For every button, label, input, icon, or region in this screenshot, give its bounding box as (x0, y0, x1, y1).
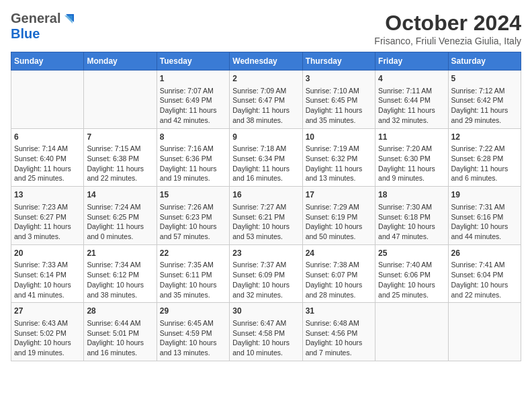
cell-content: Sunrise: 7:10 AM (306, 86, 372, 96)
cell-content: Daylight: 11 hours and 38 minutes. (232, 105, 299, 125)
cell-content: Daylight: 11 hours and 35 minutes. (306, 105, 372, 125)
cell-content: Sunrise: 7:26 AM (160, 202, 226, 212)
title-block: October 2024 Frisanco, Friuli Venezia Gi… (374, 11, 521, 46)
cell-content: Daylight: 10 hours and 10 minutes. (232, 338, 299, 357)
calendar-cell: 8Sunrise: 7:16 AMSunset: 6:36 PMDaylight… (157, 128, 229, 187)
day-number: 1 (160, 73, 226, 85)
day-number: 31 (306, 306, 372, 317)
day-number: 5 (451, 73, 518, 85)
calendar-cell (11, 71, 84, 129)
cell-content: Sunrise: 6:48 AM (306, 318, 372, 328)
cell-content: Sunrise: 7:30 AM (378, 202, 445, 212)
cell-content: Sunrise: 7:40 AM (378, 260, 445, 270)
day-number: 21 (87, 248, 153, 259)
calendar-cell: 4Sunrise: 7:11 AMSunset: 6:44 PMDaylight… (375, 71, 448, 129)
cell-content: Sunrise: 7:11 AM (378, 86, 445, 96)
cell-content: Sunrise: 7:12 AM (451, 86, 518, 96)
cell-content: Daylight: 10 hours and 32 minutes. (232, 280, 299, 300)
day-number: 4 (378, 73, 445, 85)
cell-content: Sunrise: 7:15 AM (87, 144, 153, 154)
cell-content: Sunrise: 7:35 AM (160, 260, 226, 270)
day-number: 30 (232, 306, 299, 317)
calendar-cell: 7Sunrise: 7:15 AMSunset: 6:38 PMDaylight… (84, 128, 157, 187)
calendar-cell: 12Sunrise: 7:22 AMSunset: 6:28 PMDayligh… (448, 128, 521, 187)
cell-content: Daylight: 10 hours and 35 minutes. (160, 280, 226, 300)
calendar-cell: 30Sunrise: 6:47 AMSunset: 4:58 PMDayligh… (230, 303, 302, 361)
week-row: 1Sunrise: 7:07 AMSunset: 6:49 PMDaylight… (11, 71, 521, 129)
cell-content: Sunrise: 7:27 AM (232, 202, 299, 212)
cell-content: Sunrise: 6:45 AM (160, 318, 226, 328)
cell-content: Daylight: 10 hours and 25 minutes. (378, 280, 445, 300)
cell-content: Sunset: 6:28 PM (451, 154, 518, 164)
cell-content: Daylight: 10 hours and 22 minutes. (451, 280, 518, 300)
cell-content: Daylight: 10 hours and 47 minutes. (378, 222, 445, 241)
calendar-cell (84, 71, 157, 129)
cell-content: Sunrise: 7:33 AM (14, 260, 81, 270)
cell-content: Sunset: 6:40 PM (14, 154, 81, 164)
cell-content: Sunset: 6:06 PM (378, 270, 445, 280)
calendar-cell: 11Sunrise: 7:20 AMSunset: 6:30 PMDayligh… (375, 128, 448, 187)
day-number: 16 (232, 189, 299, 201)
calendar-cell: 14Sunrise: 7:24 AMSunset: 6:25 PMDayligh… (84, 187, 157, 245)
cell-content: Daylight: 11 hours and 9 minutes. (378, 164, 445, 183)
calendar-cell: 22Sunrise: 7:35 AMSunset: 6:11 PMDayligh… (157, 244, 229, 303)
cell-content: Daylight: 11 hours and 6 minutes. (451, 164, 518, 183)
cell-content: Sunset: 4:58 PM (232, 328, 299, 338)
calendar-cell: 16Sunrise: 7:27 AMSunset: 6:21 PMDayligh… (230, 187, 302, 245)
day-number: 10 (306, 132, 372, 143)
cell-content: Daylight: 10 hours and 28 minutes. (306, 280, 372, 300)
cell-content: Sunset: 6:32 PM (306, 154, 372, 164)
cell-content: Daylight: 11 hours and 13 minutes. (306, 164, 372, 183)
cell-content: Daylight: 11 hours and 42 minutes. (160, 105, 226, 125)
week-row: 13Sunrise: 7:23 AMSunset: 6:27 PMDayligh… (11, 187, 521, 245)
cell-content: Daylight: 11 hours and 22 minutes. (87, 164, 153, 183)
week-row: 27Sunrise: 6:43 AMSunset: 5:02 PMDayligh… (11, 303, 521, 361)
cell-content: Sunrise: 7:18 AM (232, 144, 299, 154)
cell-content: Sunrise: 7:19 AM (306, 144, 372, 154)
month-title: October 2024 (374, 11, 521, 36)
day-number: 28 (87, 306, 153, 317)
cell-content: Sunset: 6:18 PM (378, 212, 445, 222)
cell-content: Sunset: 6:04 PM (451, 270, 518, 280)
calendar-cell: 19Sunrise: 7:31 AMSunset: 6:16 PMDayligh… (448, 187, 521, 245)
day-number: 29 (160, 306, 226, 317)
calendar-cell: 21Sunrise: 7:34 AMSunset: 6:12 PMDayligh… (84, 244, 157, 303)
cell-content: Sunrise: 7:34 AM (87, 260, 153, 270)
cell-content: Daylight: 10 hours and 44 minutes. (451, 222, 518, 241)
day-number: 3 (306, 73, 372, 85)
cell-content: Sunrise: 6:43 AM (14, 318, 81, 328)
cell-content: Sunset: 6:21 PM (232, 212, 299, 222)
cell-content: Daylight: 10 hours and 16 minutes. (87, 338, 153, 357)
cell-content: Daylight: 11 hours and 0 minutes. (87, 222, 153, 241)
cell-content: Daylight: 10 hours and 57 minutes. (160, 222, 226, 241)
calendar-cell: 9Sunrise: 7:18 AMSunset: 6:34 PMDaylight… (230, 128, 302, 187)
calendar-cell: 1Sunrise: 7:07 AMSunset: 6:49 PMDaylight… (157, 71, 229, 129)
cell-content: Sunrise: 7:23 AM (14, 202, 81, 212)
cell-content: Sunset: 6:14 PM (14, 270, 81, 280)
logo: General Blue (11, 11, 75, 42)
calendar-cell: 2Sunrise: 7:09 AMSunset: 6:47 PMDaylight… (230, 71, 302, 129)
svg-marker-1 (64, 15, 73, 24)
cell-content: Sunrise: 7:07 AM (160, 86, 226, 96)
cell-content: Daylight: 10 hours and 53 minutes. (232, 222, 299, 241)
calendar-cell (375, 303, 448, 361)
cell-content: Sunset: 6:30 PM (378, 154, 445, 164)
cell-content: Sunset: 6:49 PM (160, 95, 226, 105)
calendar-cell: 25Sunrise: 7:40 AMSunset: 6:06 PMDayligh… (375, 244, 448, 303)
cell-content: Daylight: 11 hours and 29 minutes. (451, 105, 518, 125)
day-number: 9 (232, 132, 299, 143)
cell-content: Sunset: 6:11 PM (160, 270, 226, 280)
cell-content: Daylight: 10 hours and 19 minutes. (14, 338, 81, 357)
cell-content: Sunrise: 7:24 AM (87, 202, 153, 212)
calendar-cell: 18Sunrise: 7:30 AMSunset: 6:18 PMDayligh… (375, 187, 448, 245)
day-header-tuesday: Tuesday (157, 52, 229, 71)
cell-content: Daylight: 10 hours and 13 minutes. (160, 338, 226, 357)
calendar-cell: 28Sunrise: 6:44 AMSunset: 5:01 PMDayligh… (84, 303, 157, 361)
day-header-thursday: Thursday (302, 52, 375, 71)
day-header-wednesday: Wednesday (230, 52, 302, 71)
calendar-cell: 13Sunrise: 7:23 AMSunset: 6:27 PMDayligh… (11, 187, 84, 245)
calendar-cell: 17Sunrise: 7:29 AMSunset: 6:19 PMDayligh… (302, 187, 375, 245)
cell-content: Sunrise: 7:38 AM (306, 260, 372, 270)
cell-content: Daylight: 10 hours and 38 minutes. (87, 280, 153, 300)
cell-content: Sunset: 6:19 PM (306, 212, 372, 222)
